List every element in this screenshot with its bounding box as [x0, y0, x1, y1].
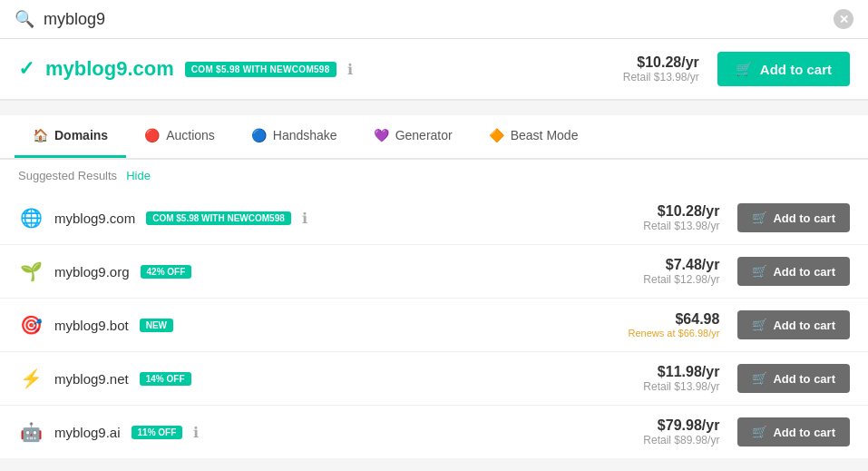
- main-domain-name: myblog9.com: [45, 57, 174, 81]
- result-right: $10.28/yr Retail $13.98/yr 🛒 Add to cart: [643, 203, 850, 232]
- search-bar: 🔍 ✕: [0, 0, 868, 39]
- domains-icon: 🏠: [33, 128, 48, 142]
- results-list: 🌐 myblog9.com COM $5.98 WITH NEWCOM598 ℹ…: [0, 191, 868, 458]
- handshake-icon: 🔵: [251, 128, 267, 142]
- main-info-icon[interactable]: ℹ: [347, 61, 353, 78]
- retail-bot: Renews at $66.98/yr: [628, 328, 719, 339]
- tab-handshake[interactable]: 🔵 Handshake: [233, 115, 356, 158]
- domain-name-com: myblog9.com: [54, 211, 135, 226]
- table-row: 🌐 myblog9.com COM $5.98 WITH NEWCOM598 ℹ…: [0, 191, 868, 245]
- badge-bot: NEW: [140, 319, 173, 332]
- main-result-bar: ✓ myblog9.com COM $5.98 WITH NEWCOM598 ℹ…: [0, 39, 868, 101]
- table-row: 🎯 myblog9.bot NEW $64.98 Renews at $66.9…: [0, 299, 868, 352]
- cart-icon-net: 🛒: [752, 371, 767, 386]
- main-add-to-cart-button[interactable]: 🛒 Add to cart: [717, 52, 850, 86]
- domain-icon-com: 🌐: [18, 205, 44, 231]
- badge-net: 14% OFF: [140, 372, 191, 386]
- add-to-cart-bot[interactable]: 🛒 Add to cart: [737, 310, 850, 339]
- retail-ai: Retail $89.98/yr: [643, 434, 719, 446]
- add-to-cart-org[interactable]: 🛒 Add to cart: [737, 257, 850, 286]
- tab-generator[interactable]: 💜 Generator: [356, 115, 471, 158]
- domain-name-org: myblog9.org: [54, 264, 130, 280]
- result-left: 🌱 myblog9.org 42% OFF: [18, 259, 191, 284]
- tab-generator-label: Generator: [395, 128, 453, 142]
- domain-icon-bot: 🎯: [18, 312, 44, 338]
- price-block-org: $7.48/yr Retail $12.98/yr: [643, 257, 719, 286]
- tab-auctions[interactable]: 🔴 Auctions: [126, 115, 233, 158]
- result-right: $7.48/yr Retail $12.98/yr 🛒 Add to cart: [643, 257, 850, 286]
- badge-ai: 11% OFF: [132, 426, 183, 439]
- tab-domains-label: Domains: [54, 128, 108, 142]
- generator-icon: 💜: [374, 128, 389, 142]
- suggested-label: Suggested Results: [18, 169, 117, 182]
- result-right: $79.98/yr Retail $89.98/yr 🛒 Add to cart: [643, 417, 850, 446]
- table-row: 🌱 myblog9.org 42% OFF $7.48/yr Retail $1…: [0, 245, 868, 299]
- tab-beast-mode[interactable]: 🔶 Beast Mode: [471, 115, 597, 158]
- main-add-to-cart-label: Add to cart: [760, 62, 832, 77]
- cart-icon-bot: 🛒: [752, 318, 767, 332]
- result-right: $11.98/yr Retail $13.98/yr 🛒 Add to cart: [643, 364, 850, 393]
- tab-handshake-label: Handshake: [273, 128, 337, 142]
- badge-org: 42% OFF: [141, 265, 192, 279]
- domain-icon-org: 🌱: [18, 259, 44, 284]
- table-row: ⚡ myblog9.net 14% OFF $11.98/yr Retail $…: [0, 352, 868, 406]
- price-block-com: $10.28/yr Retail $13.98/yr: [643, 203, 719, 232]
- promo-badge-com: COM $5.98 WITH NEWCOM598: [146, 211, 291, 225]
- domain-name-net: myblog9.net: [54, 371, 129, 387]
- main-result-right: $10.28/yr Retail $13.98/yr 🛒 Add to cart: [623, 52, 850, 86]
- price-ai: $79.98/yr: [643, 417, 719, 434]
- add-to-cart-com[interactable]: 🛒 Add to cart: [737, 203, 850, 232]
- domain-name-ai: myblog9.ai: [54, 425, 121, 440]
- domain-icon-net: ⚡: [18, 366, 44, 391]
- main-result-left: ✓ myblog9.com COM $5.98 WITH NEWCOM598 ℹ: [18, 57, 353, 81]
- result-left: 🎯 myblog9.bot NEW: [18, 312, 173, 338]
- domain-icon-ai: 🤖: [18, 419, 44, 445]
- cart-icon-ai: 🛒: [752, 425, 767, 439]
- info-icon-com[interactable]: ℹ: [302, 210, 307, 227]
- price-net: $11.98/yr: [643, 364, 719, 380]
- price-block-net: $11.98/yr Retail $13.98/yr: [643, 364, 719, 393]
- price-com: $10.28/yr: [643, 203, 719, 220]
- add-to-cart-net[interactable]: 🛒 Add to cart: [737, 364, 850, 393]
- price-org: $7.48/yr: [643, 257, 719, 273]
- domain-name-bot: myblog9.bot: [54, 318, 129, 333]
- auctions-icon: 🔴: [144, 128, 160, 142]
- retail-org: Retail $12.98/yr: [643, 273, 719, 286]
- tab-beast-mode-label: Beast Mode: [511, 128, 579, 142]
- tab-auctions-label: Auctions: [166, 128, 215, 142]
- beast-mode-icon: 🔶: [489, 128, 504, 142]
- main-price: $10.28/yr: [623, 54, 699, 71]
- hide-link[interactable]: Hide: [126, 169, 151, 182]
- price-block-bot: $64.98 Renews at $66.98/yr: [628, 311, 719, 339]
- add-to-cart-ai[interactable]: 🛒 Add to cart: [737, 417, 850, 446]
- search-clear-button[interactable]: ✕: [834, 9, 853, 29]
- search-input[interactable]: [44, 10, 834, 29]
- main-retail-price: Retail $13.98/yr: [623, 71, 699, 83]
- price-block-ai: $79.98/yr Retail $89.98/yr: [643, 417, 719, 446]
- table-row: 🤖 myblog9.ai 11% OFF ℹ $79.98/yr Retail …: [0, 406, 868, 458]
- info-icon-ai[interactable]: ℹ: [193, 424, 199, 441]
- suggested-header: Suggested Results Hide: [0, 160, 868, 191]
- search-icon: 🔍: [15, 9, 34, 29]
- cart-icon-primary: 🛒: [736, 61, 753, 77]
- price-bot: $64.98: [628, 311, 719, 328]
- cart-icon-org: 🛒: [752, 264, 767, 279]
- retail-net: Retail $13.98/yr: [643, 380, 719, 393]
- main-promo-badge: COM $5.98 WITH NEWCOM598: [185, 62, 336, 77]
- tab-domains[interactable]: 🏠 Domains: [15, 115, 126, 158]
- result-left: 🤖 myblog9.ai 11% OFF ℹ: [18, 419, 199, 445]
- retail-com: Retail $13.98/yr: [643, 220, 719, 232]
- tabs-container: 🏠 Domains 🔴 Auctions 🔵 Handshake 💜 Gener…: [0, 115, 868, 160]
- cart-icon-com: 🛒: [752, 211, 767, 225]
- result-left: 🌐 myblog9.com COM $5.98 WITH NEWCOM598 ℹ: [18, 205, 307, 231]
- result-right: $64.98 Renews at $66.98/yr 🛒 Add to cart: [628, 310, 850, 339]
- result-left: ⚡ myblog9.net 14% OFF: [18, 366, 191, 391]
- main-price-block: $10.28/yr Retail $13.98/yr: [623, 54, 699, 83]
- checkmark-icon: ✓: [18, 57, 34, 81]
